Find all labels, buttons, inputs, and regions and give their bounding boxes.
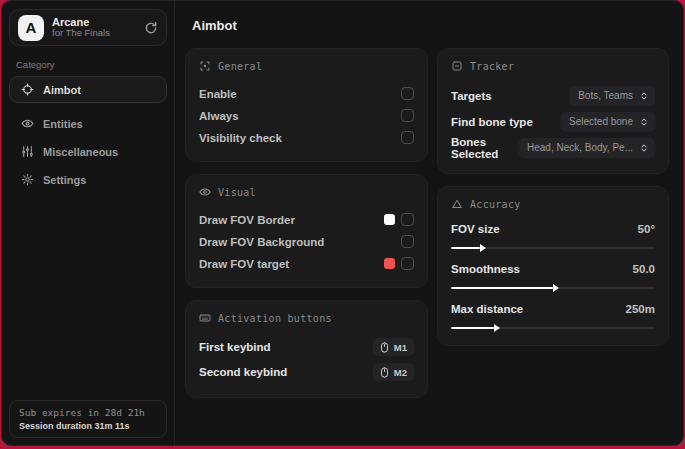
setting-label: Bones Selected xyxy=(451,136,519,160)
draw-fov-target-checkbox[interactable] xyxy=(401,257,414,270)
targets-dropdown[interactable]: Bots, Teams xyxy=(570,86,655,106)
setting-label: Enable xyxy=(199,88,237,100)
sidebar-item-label: Settings xyxy=(43,174,86,186)
setting-row: Second keybind M2 xyxy=(199,360,414,384)
subscription-info: Sub expires in 28d 21h Session duration … xyxy=(9,400,167,438)
max-distance-value: 250m xyxy=(626,303,655,315)
dropdown-value: Head, Neck, Body, Pe... xyxy=(527,142,633,153)
gear-icon xyxy=(21,173,34,186)
app-logo: A xyxy=(18,15,44,41)
enable-checkbox[interactable] xyxy=(401,87,414,100)
accuracy-card-title: Accuracy xyxy=(470,199,521,210)
chevron-updown-icon xyxy=(639,91,649,101)
setting-row: Bones Selected Head, Neck, Body, Pe... xyxy=(451,135,655,160)
setting-row: Visibility check xyxy=(199,127,414,148)
triangle-icon xyxy=(451,198,463,210)
sidebar-item-aimbot[interactable]: Aimbot xyxy=(9,76,167,103)
draw-fov-background-checkbox[interactable] xyxy=(401,235,414,248)
sliders-icon xyxy=(21,145,34,158)
refresh-icon[interactable] xyxy=(144,21,158,35)
slider-row: Smoothness 50.0 xyxy=(451,261,655,292)
smoothness-slider[interactable] xyxy=(451,284,655,292)
eye-icon xyxy=(21,117,34,130)
mouse-icon xyxy=(380,367,389,378)
activation-card-title: Activation buttons xyxy=(218,313,332,324)
setting-label: Always xyxy=(199,110,239,122)
setting-label: Second keybind xyxy=(199,366,287,378)
draw-fov-border-checkbox[interactable] xyxy=(401,213,414,226)
setting-label: Visibility check xyxy=(199,132,282,144)
smoothness-value: 50.0 xyxy=(633,263,655,275)
tracker-card-header: Tracker xyxy=(451,60,655,72)
crosshair-icon xyxy=(21,83,34,96)
setting-label: Draw FOV Border xyxy=(199,214,295,226)
mouse-icon xyxy=(380,342,389,353)
setting-row: Enable xyxy=(199,83,414,104)
slider-thumb[interactable] xyxy=(494,324,500,332)
tracker-card-title: Tracker xyxy=(470,61,514,72)
general-card-header: General xyxy=(199,60,414,72)
max-distance-slider[interactable] xyxy=(451,324,655,332)
find-bone-type-dropdown[interactable]: Selected bone xyxy=(561,112,655,132)
sub-expires-text: Sub expires in 28d 21h xyxy=(19,407,157,418)
fov-size-slider[interactable] xyxy=(451,244,655,252)
fov-target-color-swatch[interactable] xyxy=(384,258,395,269)
setting-row: Draw FOV Background xyxy=(199,231,414,252)
sidebar-item-entities[interactable]: Entities xyxy=(9,110,167,137)
target-box-icon xyxy=(451,60,463,72)
app-logo-card: A Arcane for The Finals xyxy=(9,9,167,46)
main-content: Aimbot General Enable xyxy=(175,1,683,445)
general-card: General Enable Always Visibility check xyxy=(185,48,428,162)
keybind-value: M2 xyxy=(394,367,407,378)
visibility-check-checkbox[interactable] xyxy=(401,131,414,144)
activation-card-header: Activation buttons xyxy=(199,312,414,324)
always-checkbox[interactable] xyxy=(401,109,414,122)
dropdown-value: Selected bone xyxy=(569,116,633,127)
setting-row: Draw FOV Border xyxy=(199,209,414,230)
slider-thumb[interactable] xyxy=(480,244,486,252)
general-card-title: General xyxy=(218,61,262,72)
setting-label: Targets xyxy=(451,90,492,102)
tracker-card: Tracker Targets Bots, Teams Find bone ty… xyxy=(437,48,669,174)
slider-row: FOV size 50° xyxy=(451,221,655,252)
setting-row: Always xyxy=(199,105,414,126)
setting-label: Find bone type xyxy=(451,116,533,128)
keybind-value: M1 xyxy=(394,342,407,353)
setting-row: First keybind M1 xyxy=(199,335,414,359)
app-window: A Arcane for The Finals Category Aimbot … xyxy=(1,0,684,446)
slider-row: Max distance 250m xyxy=(451,301,655,332)
accuracy-card: Accuracy FOV size 50° xyxy=(437,186,669,346)
setting-row: Draw FOV target xyxy=(199,253,414,274)
dropdown-value: Bots, Teams xyxy=(578,90,633,101)
sidebar-item-settings[interactable]: Settings xyxy=(9,166,167,193)
setting-label: Max distance xyxy=(451,303,523,315)
visual-card: Visual Draw FOV Border Draw FOV Backgrou… xyxy=(185,174,428,288)
category-label: Category xyxy=(16,59,167,70)
visual-card-title: Visual xyxy=(218,187,256,198)
sidebar-item-label: Aimbot xyxy=(43,84,81,96)
sidebar: A Arcane for The Finals Category Aimbot … xyxy=(2,1,175,445)
app-title-block: Arcane for The Finals xyxy=(52,16,136,40)
slider-thumb[interactable] xyxy=(553,284,559,292)
setting-label: First keybind xyxy=(199,341,271,353)
fov-size-value: 50° xyxy=(638,223,655,235)
page-title: Aimbot xyxy=(192,18,669,33)
chevron-updown-icon xyxy=(639,117,649,127)
app-subtitle: for The Finals xyxy=(52,28,136,39)
activation-card: Activation buttons First keybind M1 Seco… xyxy=(185,300,428,398)
first-keybind-button[interactable]: M1 xyxy=(373,338,414,356)
scan-icon xyxy=(199,60,211,72)
bones-selected-dropdown[interactable]: Head, Neck, Body, Pe... xyxy=(519,138,655,158)
sidebar-item-miscellaneous[interactable]: Miscellaneous xyxy=(9,138,167,165)
setting-row: Find bone type Selected bone xyxy=(451,109,655,134)
session-duration-text: Session duration 31m 11s xyxy=(19,421,157,431)
visual-card-header: Visual xyxy=(199,186,414,198)
setting-label: Smoothness xyxy=(451,263,520,275)
fov-border-color-swatch[interactable] xyxy=(384,214,395,225)
second-keybind-button[interactable]: M2 xyxy=(373,363,414,381)
setting-label: Draw FOV Background xyxy=(199,236,324,248)
setting-label: Draw FOV target xyxy=(199,258,289,270)
sidebar-item-label: Miscellaneous xyxy=(43,146,118,158)
sidebar-item-label: Entities xyxy=(43,118,83,130)
chevron-updown-icon xyxy=(639,143,649,153)
